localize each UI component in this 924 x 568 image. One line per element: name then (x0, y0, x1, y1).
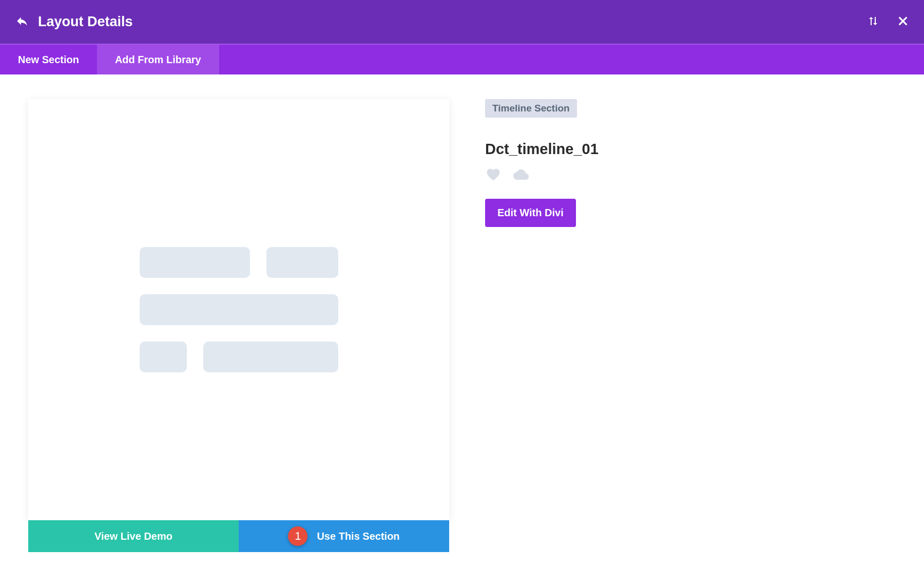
back-icon[interactable] (15, 14, 29, 30)
content-area: View Live Demo 1 Use This Section Timeli… (0, 74, 924, 568)
page-header: Layout Details (0, 0, 924, 44)
step-badge: 1 (288, 526, 307, 546)
edit-with-divi-button[interactable]: Edit With Divi (485, 199, 576, 227)
skeleton-block (140, 247, 250, 278)
header-left: Layout Details (15, 14, 133, 30)
tabs-bar: New Section Add From Library (0, 44, 924, 74)
preview-card (28, 99, 449, 520)
skeleton-block (140, 294, 338, 325)
preview-column: View Live Demo 1 Use This Section (28, 99, 449, 552)
use-this-section-label: Use This Section (317, 531, 399, 542)
preview-actions: View Live Demo 1 Use This Section (28, 520, 449, 552)
use-this-section-button[interactable]: 1 Use This Section (239, 520, 449, 552)
view-live-demo-button[interactable]: View Live Demo (28, 520, 239, 552)
skeleton-block (203, 342, 338, 372)
page-title: Layout Details (38, 14, 133, 30)
tab-new-section[interactable]: New Section (0, 45, 97, 74)
meta-icons (485, 167, 896, 184)
header-right (867, 15, 909, 29)
tab-add-from-library[interactable]: Add From Library (97, 45, 219, 74)
sort-arrows-icon[interactable] (867, 15, 879, 29)
heart-icon[interactable] (485, 167, 502, 184)
cloud-icon[interactable] (511, 167, 531, 184)
details-column: Timeline Section Dct_timeline_01 Edit Wi… (485, 99, 896, 552)
loading-skeleton (140, 247, 338, 372)
category-tag[interactable]: Timeline Section (485, 99, 577, 118)
skeleton-block (266, 247, 338, 278)
close-icon[interactable] (897, 15, 909, 29)
skeleton-block (140, 342, 187, 372)
layout-title: Dct_timeline_01 (485, 141, 896, 158)
